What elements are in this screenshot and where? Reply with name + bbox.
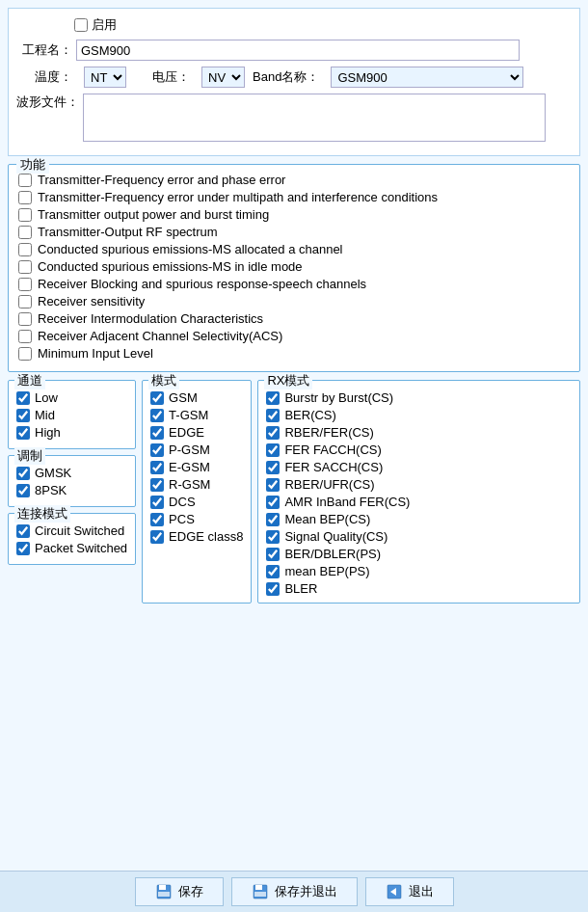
func-label-5: Conducted spurious emissions-MS in idle … xyxy=(38,259,303,274)
func-checkbox-1[interactable] xyxy=(18,191,32,204)
connect-checkbox-1[interactable] xyxy=(16,542,30,555)
voltage-label: 电压： xyxy=(134,68,190,86)
rx-checkbox-7[interactable] xyxy=(266,513,280,526)
connect-checkbox-0[interactable] xyxy=(16,524,30,538)
rx-label-6: AMR InBand FER(CS) xyxy=(284,495,410,509)
rx-checkbox-11[interactable] xyxy=(266,582,280,596)
rx-item-0: Burstr by Burst(CS) xyxy=(266,390,572,405)
channel-label-2: High xyxy=(35,425,61,440)
func-label-7: Receiver sensitivity xyxy=(38,294,145,308)
project-input[interactable] xyxy=(76,40,520,61)
connect-label-0: Circuit Switched xyxy=(35,523,124,538)
rx-checkbox-3[interactable] xyxy=(266,443,280,457)
func-item-3: Transmitter-Output RF spectrum xyxy=(18,225,570,239)
save-exit-button[interactable]: 保存并退出 xyxy=(231,877,358,906)
mod-item-1: 8PSK xyxy=(16,483,127,497)
rx-checkbox-5[interactable] xyxy=(266,478,280,492)
svg-rect-4 xyxy=(255,885,262,890)
band-select[interactable]: GSM900 xyxy=(331,67,523,88)
func-label-9: Receiver Adjacent Channel Selectivity(AC… xyxy=(38,329,282,343)
func-label-10: Minimum Input Level xyxy=(38,346,153,361)
waveform-textarea[interactable] xyxy=(83,94,546,142)
func-checkbox-9[interactable] xyxy=(18,330,32,343)
mode-checkbox-8[interactable] xyxy=(150,530,164,544)
channel-checkbox-0[interactable] xyxy=(16,391,30,405)
func-checkbox-4[interactable] xyxy=(18,243,32,256)
mode-checkbox-4[interactable] xyxy=(150,461,164,474)
mode-item-8: EDGE class8 xyxy=(150,529,243,544)
mode-label-4: E-GSM xyxy=(169,460,210,474)
rx-item-9: BER/DBLER(PS) xyxy=(266,547,572,561)
rx-checkbox-10[interactable] xyxy=(266,565,280,578)
channel-group-title: 通道 xyxy=(14,372,45,389)
mode-checkbox-2[interactable] xyxy=(150,426,164,440)
mod-checkbox-0[interactable] xyxy=(16,467,30,480)
func-checkbox-2[interactable] xyxy=(18,208,32,222)
rx-label-4: FER SACCH(CS) xyxy=(284,460,383,474)
mode-item-3: P-GSM xyxy=(150,443,243,457)
func-checkbox-0[interactable] xyxy=(18,174,32,187)
rx-group-title: RX模式 xyxy=(264,372,312,389)
mode-checkbox-1[interactable] xyxy=(150,409,164,422)
rx-checkbox-8[interactable] xyxy=(266,530,280,544)
mode-item-1: T-GSM xyxy=(150,408,243,422)
mode-checkbox-3[interactable] xyxy=(150,443,164,457)
func-item-0: Transmitter-Frequency error and phase er… xyxy=(18,173,570,187)
voltage-select[interactable]: NV xyxy=(201,67,245,88)
connect-item-1: Packet Switched xyxy=(16,541,127,555)
rx-item-2: RBER/FER(CS) xyxy=(266,425,572,440)
mode-checkbox-7[interactable] xyxy=(150,513,164,526)
channel-checkbox-1[interactable] xyxy=(16,409,30,422)
func-checkbox-5[interactable] xyxy=(18,260,32,274)
mode-label-2: EDGE xyxy=(169,425,204,440)
mode-checkbox-6[interactable] xyxy=(150,496,164,509)
rx-checkbox-1[interactable] xyxy=(266,409,280,422)
save-icon xyxy=(155,883,173,900)
mode-label-0: GSM xyxy=(169,390,198,405)
save-label: 保存 xyxy=(178,883,203,900)
save-button[interactable]: 保存 xyxy=(135,877,224,906)
func-label-0: Transmitter-Frequency error and phase er… xyxy=(38,173,285,187)
mode-column: 模式 GSMT-GSMEDGEP-GSME-GSMR-GSMDCSPCSEDGE… xyxy=(142,380,252,604)
mode-checkbox-5[interactable] xyxy=(150,478,164,492)
enable-checkbox[interactable] xyxy=(74,18,88,32)
connect-group-title: 连接模式 xyxy=(14,505,70,523)
temp-select[interactable]: NT xyxy=(84,67,126,88)
mode-label-6: DCS xyxy=(169,495,195,509)
mode-item-4: E-GSM xyxy=(150,460,243,474)
func-item-7: Receiver sensitivity xyxy=(18,294,570,308)
func-checkbox-3[interactable] xyxy=(18,226,32,239)
channel-item-0: Low xyxy=(16,390,127,405)
func-item-10: Minimum Input Level xyxy=(18,346,570,361)
func-checkbox-7[interactable] xyxy=(18,295,32,308)
func-checkbox-8[interactable] xyxy=(18,312,32,326)
channel-item-1: Mid xyxy=(16,408,127,422)
func-group-title: 功能 xyxy=(16,156,49,174)
rx-checkbox-6[interactable] xyxy=(266,496,280,509)
channel-checkbox-2[interactable] xyxy=(16,426,30,440)
func-label-1: Transmitter-Frequency error under multip… xyxy=(38,190,438,204)
svg-rect-1 xyxy=(159,885,166,890)
exit-button[interactable]: 退出 xyxy=(365,877,454,906)
func-item-9: Receiver Adjacent Channel Selectivity(AC… xyxy=(18,329,570,343)
rx-label-1: BER(CS) xyxy=(284,408,335,422)
svg-rect-2 xyxy=(158,892,170,897)
rx-checkbox-4[interactable] xyxy=(266,461,280,474)
func-label-4: Conducted spurious emissions-MS allocate… xyxy=(38,242,343,256)
rx-group: RX模式 Burstr by Burst(CS)BER(CS)RBER/FER(… xyxy=(257,380,580,604)
channel-label-1: Mid xyxy=(35,408,55,422)
band-label: Band名称： xyxy=(253,68,319,86)
rx-checkbox-2[interactable] xyxy=(266,426,280,440)
rx-checkbox-9[interactable] xyxy=(266,548,280,561)
func-checkbox-10[interactable] xyxy=(18,347,32,361)
mode-group: 模式 GSMT-GSMEDGEP-GSME-GSMR-GSMDCSPCSEDGE… xyxy=(142,380,252,604)
connect-item-0: Circuit Switched xyxy=(16,523,127,538)
svg-rect-5 xyxy=(254,892,266,897)
rx-item-1: BER(CS) xyxy=(266,408,572,422)
rx-checkbox-0[interactable] xyxy=(266,391,280,405)
mode-checkbox-0[interactable] xyxy=(150,391,164,405)
mod-checkbox-1[interactable] xyxy=(16,484,30,497)
rx-column: RX模式 Burstr by Burst(CS)BER(CS)RBER/FER(… xyxy=(257,380,580,604)
rx-label-3: FER FACCH(CS) xyxy=(284,443,381,457)
func-checkbox-6[interactable] xyxy=(18,278,32,291)
